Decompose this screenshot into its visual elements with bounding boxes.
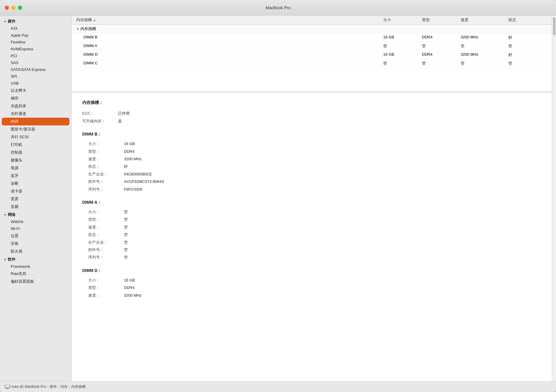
dimm-b-type-value: DDR4 [124,148,541,155]
sidebar-item-firewall[interactable]: 防火墙 [0,248,71,255]
col-header-speed[interactable]: 速度 [461,17,508,23]
dimm-d-size-row: 大小： 16 GB [88,277,541,284]
table-body: ▼ 内存插槽 DIMM B 16 GB DDR4 3200 MHz 好 [72,25,552,91]
sidebar-item-camera[interactable]: 摄像头 [0,156,71,164]
software-label: 软件 [8,257,15,262]
dimm-b-detail-title: DIMM B： [82,130,541,138]
software-section-header[interactable]: ▼ 软件 [0,256,71,263]
vertical-scrollbar[interactable] [552,15,556,381]
dimm-d-type-label: 类型： [88,284,124,291]
sidebar-item-wifi[interactable]: Wi-Fi [0,225,71,232]
hardware-arrow: ▼ [4,20,7,23]
sidebar-item-controller[interactable]: 控制器 [0,149,71,156]
main-window: MacBook Pro ▼ 硬件 ATA Apple Pay FireWire … [0,0,556,392]
sidebar-item-firewire[interactable]: FireWire [0,39,71,46]
computer-icon [5,385,10,389]
sidebar-item-power[interactable]: 电源 [0,164,71,172]
sidebar-item-prefpane[interactable]: 偏好设置面板 [0,278,71,285]
sort-arrow-icon: ▲ [93,18,96,22]
table-row[interactable]: DIMM D 16 GB DDR4 3200 MHz 好 [72,51,552,59]
sidebar-item-optical[interactable]: 光盘刻录 [0,102,71,110]
col-size-label: 大小 [383,17,391,23]
dimm-a-type-label: 类型： [88,216,124,223]
dimm-b-type-label: 类型： [88,148,124,155]
dimm-b-status: 好 [508,35,547,40]
hardware-section-header[interactable]: ▼ 硬件 [0,18,71,25]
sidebar-item-printer[interactable]: 打印机 [0,141,71,149]
statusbar-sep3: › [69,385,70,389]
sidebar-item-location[interactable]: 位置 [0,232,71,240]
titlebar: MacBook Pro [0,0,556,15]
table-row[interactable]: DIMM B 16 GB DDR4 3200 MHz 好 [72,33,552,42]
sidebar-item-diagnostics[interactable]: 诊断 [0,180,71,187]
statusbar-memory: 内存 [60,384,68,389]
table-group-row[interactable]: ▼ 内存插槽 [72,25,552,33]
sidebar-item-raw[interactable]: Raw支持 [0,270,71,278]
svg-rect-0 [5,385,10,388]
close-button[interactable] [5,6,9,10]
network-section-header[interactable]: ▼ 网络 [0,211,71,218]
sidebar-item-framework[interactable]: Framework [0,263,71,270]
dimm-b-serial-label: 序列号： [88,186,124,193]
col-header-slot[interactable]: 内存插槽 ▲ [76,17,383,23]
dimm-a-serial-value: 空 [124,254,541,261]
dimm-b-speed-label: 速度： [88,155,124,162]
sidebar-item-applepay[interactable]: Apple Pay [0,32,71,39]
window-title: MacBook Pro [265,5,291,10]
sidebar-item-fiber[interactable]: 光纤通道 [0,110,71,118]
network-arrow: ▼ [4,213,7,217]
dimm-a-manufacturer-label: 生产企业： [88,239,124,246]
sidebar-item-pci[interactable]: PCI [0,52,71,59]
sidebar-item-sas[interactable]: SAS [0,59,71,66]
sidebar-item-sata[interactable]: SATA/SATA Express [0,66,71,73]
vertical-scroll-thumb[interactable] [553,17,555,35]
dimm-a-speed-row: 速度： 空 [88,224,541,231]
hardware-section: ▼ 硬件 ATA Apple Pay FireWire NVMExpress P… [0,18,71,211]
dimm-b-manufacturer-label: 生产企业： [88,171,124,178]
sidebar-item-ata[interactable]: ATA [0,25,71,32]
upgradable-row: 可升级内存： 是 [82,118,541,125]
dimm-d-size-value: 16 GB [124,277,541,284]
minimize-button[interactable] [11,6,15,10]
ecc-row: ECC： 已停用 [82,110,541,117]
table-section: 内存插槽 ▲ 大小 类型 速度 状态 [72,15,552,93]
dimm-b-size-row: 大小： 16 GB [88,140,541,147]
sidebar: ▼ 硬件 ATA Apple Pay FireWire NVMExpress P… [0,15,72,381]
dimm-d-detail-title: DIMM D： [82,267,541,274]
sidebar-item-volume[interactable]: 宗卷 [0,240,71,248]
col-header-size[interactable]: 大小 [383,17,422,23]
sidebar-item-wwan[interactable]: WWAN [0,218,71,225]
dimm-a-speed-value: 空 [124,224,541,231]
sidebar-item-parallelscsi[interactable]: 并行 SCSI [0,133,71,141]
sidebar-item-usb[interactable]: USB [0,80,71,87]
statusbar-computer: nnkn 的 MacBook Pro [11,384,46,389]
sidebar-item-graphics[interactable]: 图形卡/显示器 [0,125,71,133]
table-row[interactable]: DIMM A 空 空 空 空 [72,42,552,51]
dimm-d-type-row: 类型： DDR4 [88,284,541,291]
dimm-b-manufacturer-value: 04CB000080CE [124,171,541,178]
dimm-a-size-label: 大小： [88,209,124,215]
table-row[interactable]: DIMM C 空 空 空 空 [72,59,552,68]
sidebar-item-ethernet[interactable]: 以太网卡 [0,87,71,94]
col-header-status[interactable]: 状态 [508,17,547,23]
sidebar-item-audio[interactable]: 音频 [0,203,71,211]
col-header-type[interactable]: 类型 [422,17,461,23]
network-section: ▼ 网络 WWAN Wi-Fi 位置 宗卷 防火墙 [0,211,71,255]
dimm-a-status-row: 状态： 空 [88,231,541,238]
sidebar-item-nvmexpress[interactable]: NVMExpress [0,46,71,52]
sidebar-item-storage[interactable]: 储存 [0,94,71,102]
sidebar-item-bluetooth[interactable]: 蓝牙 [0,172,71,180]
dimm-b-part-value: AO1P32MCST2-BW4S [124,178,541,185]
dimm-a-type-row: 类型： 空 [88,216,541,223]
sidebar-item-thunderbolt[interactable]: 雷雳 [0,195,71,203]
dimm-d-size: 16 GB [383,52,422,57]
window-controls [5,6,22,10]
content-area: ▼ 硬件 ATA Apple Pay FireWire NVMExpress P… [0,15,556,381]
sidebar-item-spi[interactable]: SPI [0,73,71,80]
sidebar-item-cardreader[interactable]: 读卡器 [0,187,71,195]
sidebar-item-memory[interactable]: 内存 [2,118,69,125]
statusbar-hardware: 硬件 [50,384,57,389]
dimm-a-speed: 空 [461,43,508,49]
maximize-button[interactable] [18,6,22,10]
dimm-a-status: 空 [508,43,547,49]
